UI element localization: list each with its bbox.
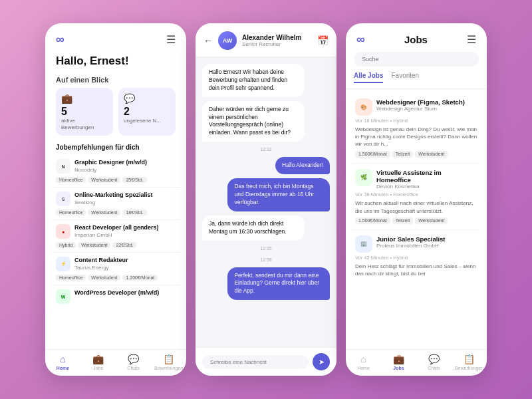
- job-title: WordPress Developer (m/w/d): [74, 289, 176, 297]
- job-tags: Hybrid Werkstudent 22€/Std.: [56, 242, 176, 248]
- search-input[interactable]: [354, 52, 479, 66]
- nav-item-chats[interactable]: 💬 Chats: [116, 354, 151, 370]
- nav-item-jobs-right[interactable]: 💼 Jobs: [381, 354, 416, 370]
- tag: Werkstudent: [78, 242, 110, 248]
- stat-active-number: 5: [61, 106, 67, 118]
- tag: Homeoffice: [56, 209, 86, 215]
- message-time: 12:35: [202, 246, 330, 251]
- chat-icon: 💬: [124, 93, 135, 104]
- taurus-logo: ⚡: [56, 257, 70, 271]
- nav-item-bewerbungen[interactable]: 📋 Bewerbungen: [151, 354, 186, 370]
- list-item[interactable]: N Graphic Designer (m/w/d) Nocodely Home…: [52, 155, 180, 188]
- logo-icon-right: ∞: [356, 33, 365, 47]
- job-info: Online-Marketing Spezialist Seatking: [74, 192, 176, 205]
- tag: 25€/Std.: [122, 177, 146, 183]
- job-tags: Homeoffice Werkstudent 1.200€/Monat: [56, 275, 176, 281]
- jobs-icon-right: 💼: [393, 354, 404, 364]
- jobs-tags: 1.500€/Monat Teilzeit Werkstudent: [355, 151, 477, 158]
- jobs-icon: 💼: [92, 354, 104, 364]
- left-top-bar: ∞ ☰: [45, 23, 186, 52]
- job-company: Imperion GmbH: [74, 232, 176, 238]
- list-item[interactable]: 🏢 Junior Sales Specialist Proteus Immobi…: [352, 230, 480, 285]
- briefcase-icon: 💼: [61, 93, 72, 104]
- stat-active-label: aktive Bewerbungen: [61, 118, 108, 130]
- stat-card-active[interactable]: 💼 5 aktive Bewerbungen: [56, 88, 113, 136]
- nav-label: Home: [57, 366, 69, 370]
- jobs-card-company: Webdesign Agentur Sturn: [376, 106, 465, 112]
- stat-card-unread[interactable]: 💬 2 ungelesene N...: [118, 88, 176, 136]
- nav-label: Jobs: [393, 366, 404, 370]
- nav-label: Chats: [127, 366, 139, 370]
- jobs-description: Dein Herz schlägt für Immobilien und Sal…: [355, 263, 477, 277]
- job-tags: Homeoffice Werkstudent 18€/Std.: [56, 209, 176, 215]
- stat-unread-label: ungelesene N...: [124, 118, 161, 124]
- devion-logo: 🌿: [355, 169, 372, 186]
- screens-container: ∞ ☰ Hallo, Ernest! Auf einen Blick 💼 5 a…: [45, 23, 487, 376]
- bottom-nav-right: ⌂ Home 💼 Jobs 💬 Chats 📋 Bewerbungen: [346, 349, 487, 376]
- jobs-tags: 1.500€/Monat Teilzeit Werkstudent: [355, 217, 477, 224]
- job-company: Nocodely: [74, 167, 176, 173]
- job-recommendations-title: Jobempfehlungen für dich: [45, 142, 186, 155]
- chat-input-area: ➤: [196, 347, 336, 376]
- chat-subtitle: Senior Recruiter: [242, 41, 312, 47]
- chats-icon-right: 💬: [428, 354, 440, 364]
- tab-favorites[interactable]: Favoriten: [391, 72, 419, 83]
- jobs-card-info: Junior Sales Specialist Proteus Immobili…: [376, 235, 446, 249]
- tag: Homeoffice: [56, 275, 86, 281]
- job-tags: Homeoffice Werkstudent 25€/Std.: [56, 177, 176, 183]
- job-list: N Graphic Designer (m/w/d) Nocodely Home…: [45, 155, 186, 349]
- nav-item-chats-right[interactable]: 💬 Chats: [416, 354, 452, 370]
- chat-input[interactable]: [202, 355, 309, 369]
- list-item[interactable]: 🌿 Virtuelle Assistenz im Homeoffice Devi…: [352, 164, 480, 230]
- middle-screen: ← AW Alexander Wilhelm Senior Recruiter …: [196, 23, 336, 376]
- jobs-card-title: Webdesigner (Figma, Sketch): [376, 98, 465, 106]
- tag: Werkstudent: [88, 209, 120, 215]
- jobs-card-title: Virtuelle Assistenz im Homeoffice: [376, 169, 477, 184]
- chat-header: ← AW Alexander Wilhelm Senior Recruiter …: [196, 23, 336, 57]
- job-company: Taurus Energy: [74, 265, 176, 271]
- hamburger-icon[interactable]: ☰: [166, 33, 176, 46]
- hamburger-icon-right[interactable]: ☰: [467, 33, 476, 46]
- calendar-icon[interactable]: 📅: [317, 35, 329, 46]
- tab-all-jobs[interactable]: Alle Jobs: [354, 72, 383, 83]
- bottom-nav: ⌂ Home 💼 Jobs 💬 Chats 📋 Bewerbungen: [45, 349, 186, 376]
- greeting: Hallo, Ernest!: [45, 52, 186, 73]
- tag: 22€/Std.: [112, 242, 136, 248]
- list-item[interactable]: ⚡ Content Redakteur Taurus Energy Homeof…: [52, 253, 180, 285]
- nav-item-home-right[interactable]: ⌂ Home: [346, 354, 381, 370]
- tag: 1.500€/Monat: [355, 217, 390, 224]
- message-bubble: Hallo Ernest! Wir haben deine Bewerbung …: [202, 64, 305, 97]
- tag: Werkstudent: [88, 275, 120, 281]
- back-arrow-icon[interactable]: ←: [203, 35, 213, 46]
- tag: Teilzeit: [392, 151, 413, 158]
- home-icon-right: ⌂: [360, 354, 366, 364]
- wordpress-logo: W: [56, 289, 70, 304]
- home-icon: ⌂: [60, 354, 65, 364]
- tag: 18€/Std.: [122, 209, 146, 215]
- seatking-logo: S: [56, 192, 70, 206]
- nav-item-home[interactable]: ⌂ Home: [45, 354, 80, 370]
- jobs-card-info: Virtuelle Assistenz im Homeoffice Devion…: [376, 169, 477, 190]
- message-time: 12:32: [202, 147, 330, 152]
- logo-icon: ∞: [56, 33, 65, 47]
- proteus-logo: 🏢: [355, 235, 372, 253]
- nav-item-bewerbungen-right[interactable]: 📋 Bewerbungen: [452, 354, 487, 370]
- send-button[interactable]: ➤: [313, 353, 330, 370]
- chat-name: Alexander Wilhelm: [242, 34, 312, 41]
- job-info: WordPress Developer (m/w/d): [74, 289, 176, 297]
- jobs-meta: Vor 18 Minuten • Hybrid: [355, 118, 477, 124]
- message-bubble: Ja, dann würde ich dich direkt Montag um…: [202, 215, 305, 241]
- list-item[interactable]: 🎨 Webdesigner (Figma, Sketch) Webdesign …: [352, 93, 480, 164]
- job-title: Content Redakteur: [74, 257, 176, 264]
- jobs-description: Wir suchen aktuell nach einer virtuellen…: [355, 200, 477, 214]
- jobs-meta: Vor 38 Minuten • Homeoffice: [355, 192, 477, 198]
- job-info: Content Redakteur Taurus Energy: [74, 257, 176, 271]
- list-item[interactable]: S Online-Marketing Spezialist Seatking H…: [52, 188, 180, 220]
- chat-messages: Hallo Ernest! Wir haben deine Bewerbung …: [196, 57, 336, 347]
- nav-item-jobs[interactable]: 💼 Jobs: [80, 354, 116, 370]
- list-item[interactable]: W WordPress Developer (m/w/d): [52, 285, 180, 310]
- chats-icon: 💬: [128, 354, 139, 364]
- jobs-list: 🎨 Webdesigner (Figma, Sketch) Webdesign …: [346, 89, 487, 349]
- list-item[interactable]: ● React Developer (all genders) Imperion…: [52, 220, 180, 253]
- jobs-card-company: Devion Kosmetika: [376, 184, 477, 190]
